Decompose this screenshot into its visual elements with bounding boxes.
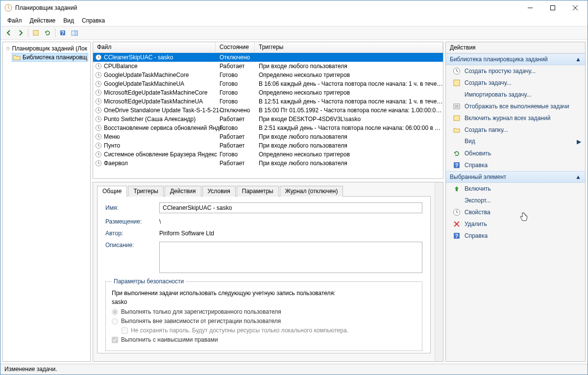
actions-header: Действия bbox=[446, 42, 585, 53]
col-triggers[interactable]: Триггеры bbox=[255, 42, 443, 52]
create-task-icon[interactable] bbox=[30, 27, 41, 38]
radio-any[interactable] bbox=[112, 318, 118, 325]
table-row[interactable]: CCleanerSkipUAC - saskoОтключено bbox=[93, 53, 443, 62]
clock-icon bbox=[95, 125, 102, 131]
table-row[interactable]: GoogleUpdateTaskMachineUAГотовоВ 16:06 к… bbox=[93, 79, 443, 88]
name-field[interactable] bbox=[159, 202, 422, 213]
table-row[interactable]: OneDrive Standalone Update Task-S-1-5-21… bbox=[93, 106, 443, 115]
check-nopwd bbox=[122, 327, 128, 334]
action-new-folder[interactable]: Создать папку... bbox=[446, 124, 585, 136]
collapse-icon: ▲ bbox=[575, 56, 581, 63]
table-row[interactable]: ПунтоРаботаетПри входе любого пользовате… bbox=[93, 141, 443, 150]
action-export[interactable]: Экспорт... bbox=[446, 195, 585, 206]
location-value: \ bbox=[159, 218, 161, 225]
clock-icon bbox=[95, 116, 102, 123]
task-icon bbox=[453, 79, 461, 87]
action-import[interactable]: Импортировать задачу... bbox=[446, 89, 585, 100]
properties-icon bbox=[453, 208, 461, 216]
clock-icon bbox=[95, 98, 102, 105]
import-icon bbox=[453, 91, 461, 99]
action-properties[interactable]: Свойства bbox=[446, 206, 585, 218]
tab-triggers[interactable]: Триггеры bbox=[128, 186, 164, 197]
action-create[interactable]: Создать задачу... bbox=[446, 77, 585, 89]
task-list: Файл Состояние Триггеры CCleanerSkipUAC … bbox=[93, 42, 443, 179]
clock-icon bbox=[95, 54, 102, 61]
refresh-icon bbox=[453, 150, 461, 157]
tab-conditions[interactable]: Условия bbox=[202, 186, 236, 197]
arrow-right-icon: ▶ bbox=[577, 138, 581, 145]
clock-icon bbox=[95, 133, 102, 140]
table-row[interactable]: Punto Switcher (Саша Александр)РаботаетП… bbox=[93, 115, 443, 124]
action-delete[interactable]: Удалить bbox=[446, 218, 585, 230]
tab-actions[interactable]: Действия bbox=[165, 186, 201, 197]
table-row[interactable]: Восстановление сервиса обновлений Янде..… bbox=[93, 124, 443, 132]
table-row[interactable]: GoogleUpdateTaskMachineCoreГотовоОпредел… bbox=[93, 71, 443, 79]
tab-history[interactable]: Журнал (отключен) bbox=[280, 186, 343, 197]
security-fieldset: Параметры безопасности При выполнении за… bbox=[105, 278, 422, 351]
security-prompt: При выполнении задачи использовать следу… bbox=[112, 290, 416, 297]
tree-root[interactable]: Планировщик заданий (Лок bbox=[5, 44, 88, 53]
radio-logged[interactable] bbox=[112, 309, 118, 315]
list-icon bbox=[453, 102, 461, 110]
tab-settings[interactable]: Параметры bbox=[237, 186, 279, 197]
history-icon bbox=[453, 114, 461, 122]
svg-text:?: ? bbox=[455, 163, 458, 168]
action-refresh[interactable]: Обновить bbox=[446, 148, 585, 159]
svg-text:?: ? bbox=[455, 233, 458, 239]
col-state[interactable]: Состояние bbox=[216, 42, 255, 52]
svg-rect-7 bbox=[75, 31, 77, 35]
wizard-icon bbox=[453, 67, 461, 75]
folder-icon bbox=[13, 53, 21, 61]
table-row[interactable]: CPUBalanceРаботаетПри входе любого польз… bbox=[93, 62, 443, 71]
description-field[interactable] bbox=[159, 242, 422, 273]
clock-icon bbox=[95, 63, 102, 70]
details-scrollbar[interactable] bbox=[435, 182, 443, 361]
action-show-running[interactable]: Отображать все выполняемые задачи bbox=[446, 100, 585, 112]
help-icon[interactable]: ? bbox=[57, 27, 68, 38]
minimize-button[interactable] bbox=[519, 0, 541, 15]
clock-icon bbox=[95, 89, 102, 96]
table-row[interactable]: ФаерволРаботаетПри входе любого пользова… bbox=[93, 159, 443, 168]
refresh-icon[interactable] bbox=[42, 27, 53, 38]
actions-pane: Действия Библиотека планировщика заданий… bbox=[445, 42, 586, 362]
panel-icon[interactable] bbox=[69, 27, 80, 38]
table-row[interactable]: MicrosoftEdgeUpdateTaskMachineUAГотовоВ … bbox=[93, 97, 443, 106]
menubar: Файл Действие Вид Справка bbox=[0, 15, 588, 26]
actions-section-library[interactable]: Библиотека планировщика заданий ▲ bbox=[446, 53, 585, 65]
tree-library[interactable]: Библиотека планировщ bbox=[12, 53, 88, 62]
check-highest[interactable] bbox=[112, 337, 118, 343]
action-enable[interactable]: Включить bbox=[446, 183, 585, 195]
action-create-basic[interactable]: Создать простую задачу... bbox=[446, 65, 585, 77]
back-button[interactable] bbox=[3, 27, 14, 38]
table-row[interactable]: Системное обновление Браузера ЯндексГото… bbox=[93, 150, 443, 159]
action-view[interactable]: Вид▶ bbox=[446, 136, 585, 148]
forward-button[interactable] bbox=[15, 27, 26, 38]
maximize-button[interactable] bbox=[541, 0, 564, 15]
col-file[interactable]: Файл bbox=[93, 42, 216, 52]
clock-icon bbox=[95, 72, 102, 78]
help-icon: ? bbox=[453, 161, 461, 169]
delete-icon bbox=[453, 220, 461, 228]
security-legend: Параметры безопасности bbox=[112, 278, 186, 285]
menu-view[interactable]: Вид bbox=[59, 16, 78, 25]
table-row[interactable]: МенюРаботаетПри входе любого пользовател… bbox=[93, 132, 443, 141]
action-enable-history[interactable]: Включить журнал всех заданий bbox=[446, 112, 585, 124]
folder-icon bbox=[453, 126, 461, 134]
close-button[interactable] bbox=[564, 0, 587, 15]
menu-help[interactable]: Справка bbox=[78, 16, 109, 25]
author-label: Автор: bbox=[105, 230, 154, 237]
tree-pane: Планировщик заданий (Лок Библиотека план… bbox=[2, 42, 91, 362]
actions-section-selected[interactable]: Выбранный элемент ▲ bbox=[446, 171, 585, 183]
menu-action[interactable]: Действие bbox=[26, 16, 60, 25]
svg-rect-10 bbox=[454, 116, 460, 121]
tab-general[interactable]: Общие bbox=[97, 186, 127, 197]
app-icon bbox=[4, 4, 12, 12]
clock-icon bbox=[95, 107, 102, 114]
menu-file[interactable]: Файл bbox=[3, 16, 26, 25]
description-label: Описание: bbox=[105, 242, 154, 249]
table-row[interactable]: MicrosoftEdgeUpdateTaskMachineCoreГотово… bbox=[93, 88, 443, 97]
action-help[interactable]: ?Справка bbox=[446, 159, 585, 171]
action-help2[interactable]: ?Справка bbox=[446, 230, 585, 242]
tabs: Общие Триггеры Действия Условия Параметр… bbox=[97, 185, 431, 197]
svg-text:?: ? bbox=[61, 30, 64, 36]
